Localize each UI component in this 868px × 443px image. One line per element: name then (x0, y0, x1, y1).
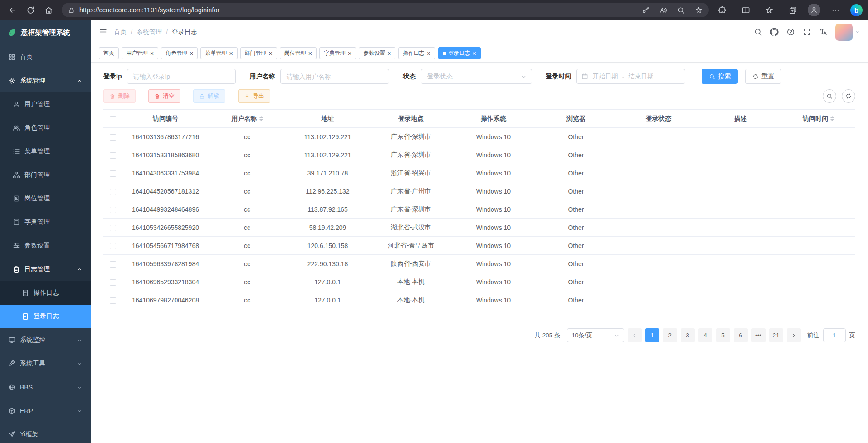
zoom-out-icon[interactable] (677, 6, 685, 14)
tab-post-management[interactable]: 岗位管理× (280, 47, 317, 59)
refresh-table-button[interactable] (842, 89, 855, 103)
page-button-5[interactable]: 5 (716, 328, 730, 342)
sidebar-item-erp[interactable]: ERP (0, 399, 91, 423)
menu-fold-icon[interactable] (99, 28, 107, 36)
tab-role-management[interactable]: 角色管理× (161, 47, 198, 59)
browser-back-button[interactable] (4, 2, 21, 18)
browser-refresh-button[interactable] (22, 2, 39, 18)
breadcrumb-item[interactable]: 首页 (114, 28, 127, 36)
page-button-2[interactable]: 2 (663, 328, 677, 342)
extensions-icon[interactable] (713, 2, 731, 18)
bing-icon[interactable]: b (850, 4, 863, 16)
page-size-select[interactable]: 10条/页 (567, 328, 624, 342)
tab-operation-log[interactable]: 操作日志× (398, 47, 435, 59)
tab-close-icon[interactable]: × (473, 50, 476, 57)
sidebar-item-user-management[interactable]: 用户管理 (0, 92, 91, 116)
tab-close-icon[interactable]: × (190, 50, 193, 57)
sidebar-item-system-monitoring[interactable]: 系统监控 (0, 328, 91, 352)
tab-close-icon[interactable]: × (150, 50, 154, 57)
row-checkbox[interactable] (110, 207, 116, 213)
unlock-button[interactable]: 解锁 (193, 89, 225, 103)
column-header-user-name[interactable]: 用户名称 (209, 110, 286, 128)
more-icon[interactable] (827, 2, 844, 18)
favorite-star-icon[interactable] (695, 6, 702, 14)
next-page-button[interactable] (787, 328, 801, 342)
sidebar-item-post-management[interactable]: 岗位管理 (0, 187, 91, 210)
sort-control[interactable] (259, 116, 263, 121)
more-pages-button[interactable]: ••• (751, 328, 766, 342)
collections-icon[interactable] (784, 2, 801, 18)
reset-button[interactable]: 重置 (745, 69, 781, 84)
font-size-icon[interactable] (819, 28, 828, 36)
page-button-1[interactable]: 1 (645, 328, 659, 342)
row-checkbox[interactable] (110, 152, 116, 159)
row-checkbox[interactable] (110, 225, 116, 231)
tab-close-icon[interactable]: × (269, 50, 273, 57)
sidebar-item-parameter-settings[interactable]: 参数设置 (0, 234, 91, 258)
question-icon[interactable] (786, 28, 795, 36)
tab-close-icon[interactable]: × (308, 50, 312, 57)
tab-parameter-settings[interactable]: 参数设置× (359, 47, 395, 59)
tab-close-icon[interactable]: × (387, 50, 391, 57)
tab-close-icon[interactable]: × (229, 50, 233, 57)
login-ip-input[interactable] (127, 69, 236, 84)
row-checkbox[interactable] (110, 170, 116, 177)
tab-dictionary-management[interactable]: 字典管理× (319, 47, 356, 59)
row-checkbox[interactable] (110, 297, 116, 304)
sidebar-item-system-management[interactable]: 系统管理 (0, 69, 91, 92)
row-checkbox[interactable] (110, 189, 116, 195)
clear-button[interactable]: 清空 (148, 89, 180, 103)
sidebar-item-bbs[interactable]: BBS (0, 375, 91, 399)
page-button-4[interactable]: 4 (698, 328, 712, 342)
tab-user-management[interactable]: 用户管理× (122, 47, 158, 59)
browser-address-bar[interactable]: https://ccnetcore.com:1101/system/log/lo… (62, 3, 709, 17)
page-button-3[interactable]: 3 (681, 328, 695, 342)
tab-close-icon[interactable]: × (427, 50, 430, 57)
login-time-range-picker[interactable]: 开始日期 - 结束日期 (576, 69, 685, 84)
page-button-6[interactable]: 6 (734, 328, 748, 342)
sidebar-item-department-management[interactable]: 部门管理 (0, 163, 91, 187)
breadcrumb-item[interactable]: 系统管理 (137, 28, 162, 36)
key-icon[interactable] (642, 6, 649, 14)
sidebar-item-login-log[interactable]: 登录日志 (0, 305, 91, 328)
tab-department-management[interactable]: 部门管理× (240, 47, 277, 59)
github-icon[interactable] (770, 28, 779, 36)
search-button[interactable]: 搜索 (702, 69, 738, 84)
tab-login-log[interactable]: 登录日志× (438, 47, 481, 59)
tab-home[interactable]: 首页 (99, 47, 119, 59)
prev-page-button[interactable] (628, 328, 642, 342)
read-aloud-icon[interactable] (659, 6, 667, 14)
row-checkbox[interactable] (110, 261, 116, 268)
sidebar-item-menu-management[interactable]: 菜单管理 (0, 140, 91, 163)
profile-icon[interactable] (808, 4, 820, 16)
fullscreen-icon[interactable] (803, 28, 811, 36)
app-logo[interactable]: 意框架管理系统 (0, 20, 91, 45)
page-button-21[interactable]: 21 (769, 328, 783, 342)
sidebar-item-system-tools[interactable]: 系统工具 (0, 352, 91, 375)
favorites-bar-icon[interactable] (761, 2, 778, 18)
sidebar-item-role-management[interactable]: 角色管理 (0, 116, 91, 140)
tab-menu-management[interactable]: 菜单管理× (200, 47, 237, 59)
sidebar-item-yi-framework[interactable]: Yi框架 (0, 423, 91, 443)
export-button[interactable]: 导出 (238, 89, 270, 103)
browser-home-button[interactable] (40, 2, 57, 18)
user-menu[interactable] (835, 24, 860, 41)
sidebar-item-log-management[interactable]: 日志管理 (0, 258, 91, 281)
sidebar-item-operation-log[interactable]: 操作日志 (0, 281, 91, 305)
tab-close-icon[interactable]: × (348, 50, 351, 57)
user-name-input[interactable] (280, 69, 389, 84)
status-select[interactable]: 登录状态 (421, 69, 532, 84)
row-checkbox[interactable] (110, 134, 116, 141)
goto-page-input[interactable] (823, 328, 846, 342)
sidebar-item-dictionary-management[interactable]: 字典管理 (0, 210, 91, 234)
site-lock-icon[interactable] (68, 7, 75, 14)
column-header-visit-time[interactable]: 访问时间 (781, 110, 855, 128)
row-checkbox[interactable] (110, 279, 116, 286)
delete-button[interactable]: 删除 (103, 89, 136, 103)
row-checkbox[interactable] (110, 243, 116, 249)
sidebar-item-home[interactable]: 首页 (0, 45, 91, 69)
sort-control[interactable] (830, 116, 834, 121)
select-all-checkbox[interactable] (110, 116, 116, 122)
toggle-search-button[interactable] (823, 89, 836, 103)
search-icon[interactable] (754, 28, 762, 36)
